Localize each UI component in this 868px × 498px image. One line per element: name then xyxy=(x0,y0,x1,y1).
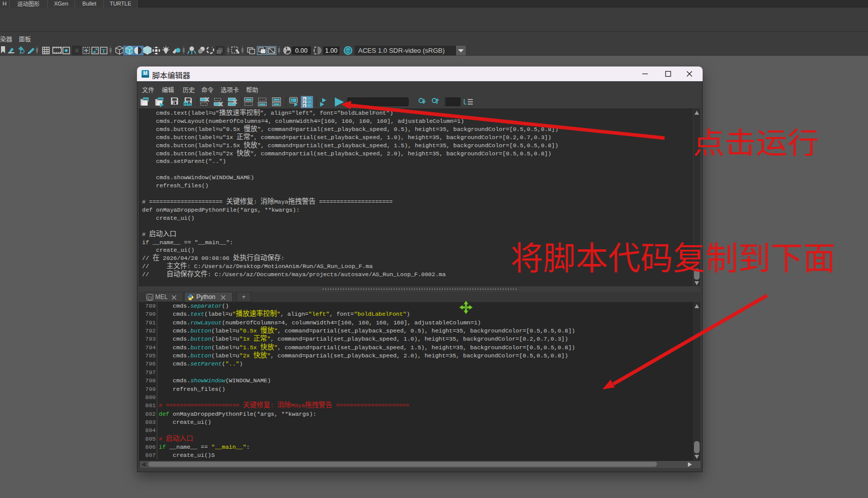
svg-text:0.00: 0.00 xyxy=(295,47,307,54)
svg-text://..: //.. xyxy=(291,99,295,102)
svg-text:ACES 1.0 SDR-video (sRGB): ACES 1.0 SDR-video (sRGB) xyxy=(358,47,445,54)
svg-text:M: M xyxy=(143,71,147,76)
svg-text:{}: {} xyxy=(148,295,153,300)
svg-text:T: T xyxy=(102,48,106,54)
svg-text:1.00: 1.00 xyxy=(325,47,337,54)
svg-text:ON: ON xyxy=(346,49,350,52)
